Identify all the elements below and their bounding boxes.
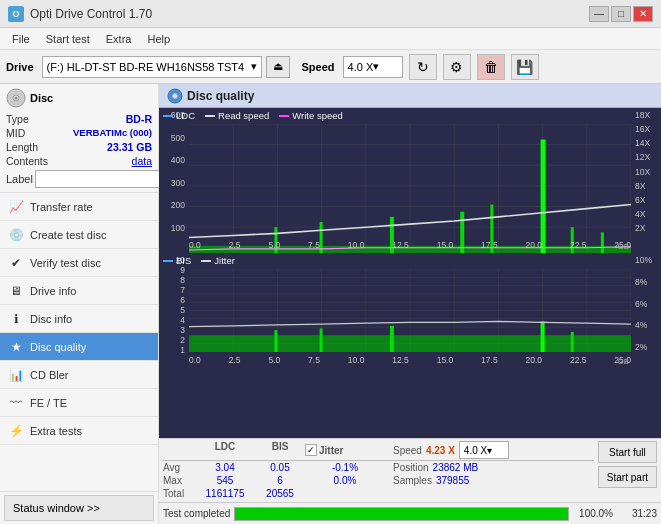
label-input[interactable]: [35, 170, 168, 188]
bis-color: [163, 260, 173, 262]
extra-tests-label: Extra tests: [30, 425, 82, 437]
ldc-label: LDC: [176, 110, 195, 121]
sidebar-item-disc-quality[interactable]: ★ Disc quality: [0, 333, 158, 361]
disc-header: Disc: [6, 88, 152, 108]
svg-rect-51: [189, 335, 631, 352]
menu-help[interactable]: Help: [139, 31, 178, 47]
legend-ldc: LDC: [163, 110, 195, 121]
sidebar-item-cd-bler[interactable]: 📊 CD Bler: [0, 361, 158, 389]
max-jitter: 0.0%: [305, 475, 385, 486]
disc-info-label: Disc info: [30, 313, 72, 325]
maximize-button[interactable]: □: [611, 6, 631, 22]
disc-contents-row: Contents data: [6, 154, 152, 168]
sidebar-item-verify-test-disc[interactable]: ✔ Verify test disc: [0, 249, 158, 277]
speed-dropdown-icon: ▾: [373, 60, 379, 73]
write-speed-label: Write speed: [292, 110, 343, 121]
svg-rect-54: [390, 326, 394, 352]
speed-selector[interactable]: 4.0 X ▾: [343, 56, 403, 78]
close-button[interactable]: ✕: [633, 6, 653, 22]
jitter-checkbox[interactable]: ✓: [305, 444, 317, 456]
drive-selector[interactable]: (F:) HL-DT-ST BD-RE WH16NS58 TST4 ▾: [42, 56, 262, 78]
menu-bar: File Start test Extra Help: [0, 28, 661, 50]
avg-jitter: -0.1%: [305, 462, 385, 473]
start-buttons: Start full Start part: [598, 441, 657, 500]
sidebar: Disc Type BD-R MID VERBATIMc (000) Lengt…: [0, 84, 159, 524]
fe-te-label: FE / TE: [30, 397, 67, 409]
upper-chart: LDC Read speed Write speed 600 500 400: [159, 108, 661, 253]
sidebar-item-disc-info[interactable]: ℹ Disc info: [0, 305, 158, 333]
lower-x-unit: GB: [617, 357, 629, 366]
empty-header: [163, 441, 195, 459]
sidebar-item-extra-tests[interactable]: ⚡ Extra tests: [0, 417, 158, 445]
start-full-button[interactable]: Start full: [598, 441, 657, 463]
stats-max-row: Max 545 6 0.0% Samples 379855: [163, 474, 594, 487]
stats-avg-row: Avg 3.04 0.05 -0.1% Position 23862 MB: [163, 461, 594, 474]
progress-percent: 100.0%: [573, 508, 613, 519]
content-title: Disc quality: [187, 89, 254, 103]
samples-label: Samples: [393, 475, 432, 486]
label-label: Label: [6, 173, 33, 185]
total-label: Total: [163, 488, 195, 499]
speed-stat-value: 4.23 X: [426, 445, 455, 456]
speed-label: Speed: [302, 61, 335, 73]
transfer-rate-label: Transfer rate: [30, 201, 93, 213]
speed-stat-label: Speed: [393, 445, 422, 456]
legend-jitter: Jitter: [201, 255, 235, 266]
settings-button[interactable]: ⚙: [443, 54, 471, 80]
sidebar-item-fe-te[interactable]: 〰 FE / TE: [0, 389, 158, 417]
create-test-disc-icon: 💿: [8, 227, 24, 243]
svg-point-4: [173, 93, 178, 98]
status-window-button[interactable]: Status window >>: [4, 495, 154, 521]
speed-value: 4.0 X: [348, 61, 374, 73]
svg-point-2: [15, 97, 18, 100]
stats-main-row: LDC BIS ✓ Jitter Speed 4.23 X: [163, 441, 657, 500]
stats-headers: LDC BIS ✓ Jitter Speed 4.23 X: [163, 441, 594, 461]
refresh-button[interactable]: ↻: [409, 54, 437, 80]
erase-button[interactable]: 🗑: [477, 54, 505, 80]
upper-chart-svg: [189, 124, 631, 253]
sidebar-item-drive-info[interactable]: 🖥 Drive info: [0, 277, 158, 305]
start-part-button[interactable]: Start part: [598, 466, 657, 488]
position-label: Position: [393, 462, 429, 473]
charts-area: LDC Read speed Write speed 600 500 400: [159, 108, 661, 438]
bis-label: BIS: [176, 255, 191, 266]
disc-type-row: Type BD-R: [6, 112, 152, 126]
extra-tests-icon: ⚡: [8, 423, 24, 439]
title-controls: — □ ✕: [589, 6, 653, 22]
transfer-rate-icon: 📈: [8, 199, 24, 215]
drive-info-icon: 🖥: [8, 283, 24, 299]
lower-y-axis-right: 10% 8% 6% 4% 2%: [633, 253, 661, 352]
sidebar-item-transfer-rate[interactable]: 📈 Transfer rate: [0, 193, 158, 221]
menu-start-test[interactable]: Start test: [38, 31, 98, 47]
create-test-disc-label: Create test disc: [30, 229, 106, 241]
svg-rect-52: [274, 330, 277, 352]
lower-chart: BIS Jitter 10 9 8 7 6 5 4 3: [159, 253, 661, 368]
progress-bar: [234, 507, 569, 521]
cd-bler-icon: 📊: [8, 367, 24, 383]
eject-button[interactable]: ⏏: [266, 56, 290, 78]
disc-quality-header-icon: [167, 88, 183, 104]
disc-label-row: Label 🔍: [6, 170, 152, 188]
save-button[interactable]: 💾: [511, 54, 539, 80]
ldc-color: [163, 115, 173, 117]
verify-test-disc-icon: ✔: [8, 255, 24, 271]
menu-file[interactable]: File: [4, 31, 38, 47]
position-section: Position 23862 MB: [393, 462, 478, 473]
upper-y-axis-left: 600 500 400 300 200 100: [159, 108, 187, 233]
speed-stat-combo[interactable]: 4.0 X ▾: [459, 441, 509, 459]
speed-stat-combo-icon: ▾: [487, 445, 492, 456]
disc-icon: [6, 88, 26, 108]
minimize-button[interactable]: —: [589, 6, 609, 22]
cd-bler-label: CD Bler: [30, 369, 69, 381]
jitter-col-header: Jitter: [319, 445, 343, 456]
progress-time: 31:23: [617, 508, 657, 519]
mid-value: VERBATIMc (000): [73, 127, 152, 139]
menu-extra[interactable]: Extra: [98, 31, 140, 47]
content-area: Disc quality LDC Read speed: [159, 84, 661, 524]
sidebar-item-create-test-disc[interactable]: 💿 Create test disc: [0, 221, 158, 249]
fe-te-icon: 〰: [8, 395, 24, 411]
contents-value[interactable]: data: [132, 155, 152, 167]
progress-bar-fill: [235, 508, 568, 520]
write-speed-color: [279, 115, 289, 117]
drive-info-label: Drive info: [30, 285, 76, 297]
